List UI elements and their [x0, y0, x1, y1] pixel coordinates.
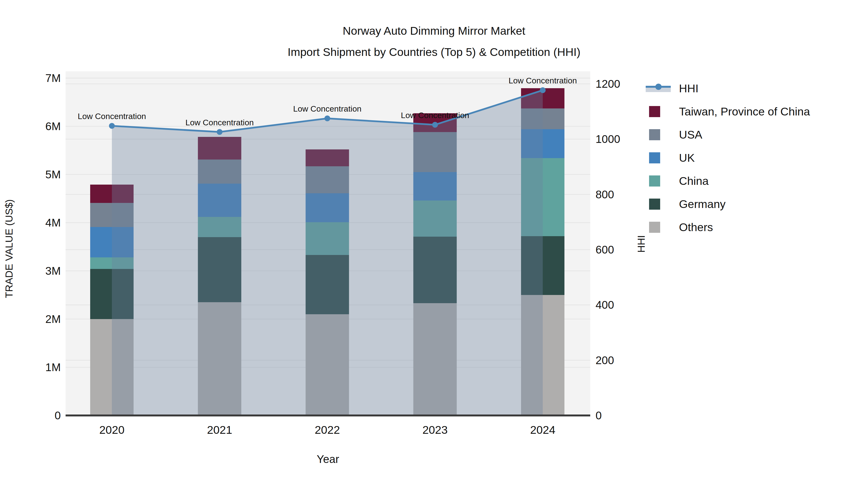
hhi-marker-sample: [655, 84, 661, 90]
legend-label: Taiwan, Province of China: [679, 105, 810, 118]
legend-swatch-icon: [646, 221, 673, 233]
legend-item-others: Others: [646, 216, 810, 238]
y-tick-right-0: 0: [595, 409, 602, 422]
figure: Low ConcentrationLow ConcentrationLow Co…: [0, 0, 868, 488]
hhi-area-fill: [112, 90, 543, 416]
hhi-marker-2021: [217, 129, 222, 135]
legend-label: Germany: [679, 197, 725, 210]
hhi-marker-2020: [109, 123, 115, 129]
color-swatch: [649, 152, 660, 163]
hhi-marker-2022: [324, 116, 330, 121]
y-tick-right-400: 400: [595, 299, 614, 311]
legend-swatch-icon: [646, 129, 673, 140]
x-tick-2023: 2023: [423, 423, 448, 436]
y-tick-left-2M: 2M: [45, 313, 61, 325]
y-tick-left-1M: 1M: [45, 361, 61, 373]
x-tick-2020: 2020: [99, 423, 125, 436]
y-tick-left-0: 0: [55, 409, 61, 422]
legend-label: HHI: [679, 82, 699, 95]
x-tick-2024: 2024: [530, 423, 556, 436]
legend-item-china: China: [646, 169, 810, 192]
legend-item-usa: USA: [646, 123, 810, 146]
y-tick-left-7M: 7M: [45, 72, 61, 84]
color-swatch: [649, 199, 660, 210]
color-swatch: [649, 106, 660, 117]
y-tick-left-5M: 5M: [45, 168, 61, 181]
hhi-marker-2023: [432, 122, 438, 128]
legend: HHITaiwan, Province of ChinaUSAUKChinaGe…: [646, 77, 810, 238]
legend-item-taiwan-province-of-china: Taiwan, Province of China: [646, 100, 810, 123]
y-tick-left-3M: 3M: [45, 265, 61, 277]
legend-swatch-icon: [646, 198, 673, 210]
legend-label: China: [679, 174, 709, 188]
legend-item-uk: UK: [646, 146, 810, 169]
legend-label: USA: [679, 128, 702, 141]
legend-item-germany: Germany: [646, 192, 810, 216]
y-tick-right-1000: 1000: [595, 133, 620, 145]
y-tick-right-600: 600: [595, 243, 614, 256]
color-swatch: [649, 129, 660, 140]
x-axis-spine: [66, 415, 590, 416]
y-tick-right-200: 200: [595, 354, 614, 366]
chart-title: Norway Auto Dimming Mirror Market: [0, 24, 868, 37]
legend-label: Others: [679, 221, 713, 234]
legend-item-hhi: HHI: [646, 77, 810, 100]
annotation-2022: Low Concentration: [293, 104, 362, 113]
x-tick-2022: 2022: [315, 423, 340, 436]
color-swatch: [649, 175, 660, 187]
annotation-2023: Low Concentration: [401, 110, 469, 120]
right-axis-title: HHI: [636, 184, 647, 304]
hhi-line-icon: [646, 83, 673, 94]
legend-swatch-icon: [646, 105, 673, 117]
chart-canvas: Low ConcentrationLow ConcentrationLow Co…: [0, 0, 868, 488]
x-axis-title: Year: [66, 453, 590, 465]
x-tick-2021: 2021: [207, 423, 232, 436]
y-tick-left-4M: 4M: [45, 217, 61, 229]
legend-label: UK: [679, 151, 695, 164]
legend-swatch-icon: [646, 175, 673, 187]
chart-subtitle: Import Shipment by Countries (Top 5) & C…: [0, 45, 868, 59]
color-swatch: [649, 222, 660, 233]
y-tick-right-800: 800: [595, 188, 614, 201]
annotation-2020: Low Concentration: [78, 111, 146, 121]
annotation-2021: Low Concentration: [185, 118, 254, 127]
y-tick-left-6M: 6M: [45, 120, 61, 133]
left-axis-title: TRADE VALUE (US$): [3, 189, 15, 309]
y-tick-right-1200: 1200: [595, 77, 620, 90]
annotation-2024: Low Concentration: [508, 76, 577, 85]
hhi-marker-2024: [540, 87, 546, 93]
legend-swatch-icon: [646, 152, 673, 163]
